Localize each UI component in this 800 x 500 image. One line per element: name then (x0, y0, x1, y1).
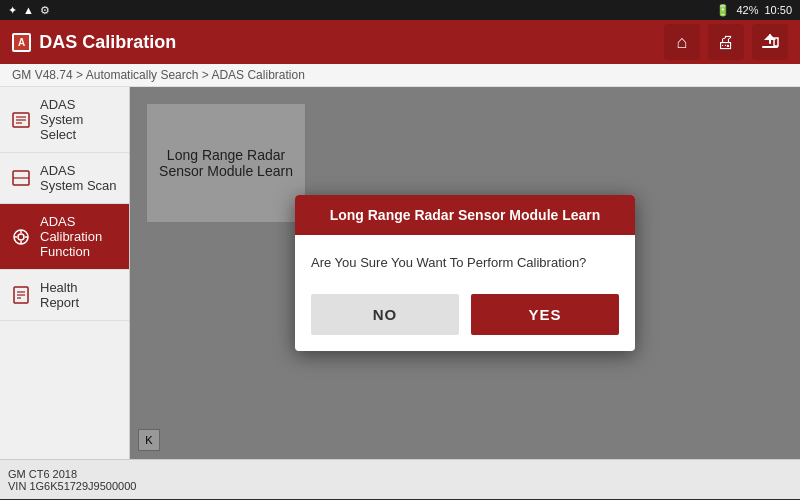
status-bar: ✦ ▲ ⚙ 🔋 42% 10:50 (0, 0, 800, 20)
vehicle-model: GM CT6 2018 (8, 468, 792, 480)
dialog-overlay: Long Range Radar Sensor Module Learn Are… (130, 87, 800, 459)
svg-point-11 (18, 234, 24, 240)
bottom-bar: GM CT6 2018 VIN 1G6K51729J9500000 (0, 459, 800, 499)
sidebar-item-health-report[interactable]: Health Report (0, 270, 129, 321)
header-title-group: A DAS Calibration (12, 32, 176, 53)
dialog-header: Long Range Radar Sensor Module Learn (295, 195, 635, 235)
bluetooth-icon: ✦ (8, 4, 17, 17)
sidebar-item-adas-calibration-function[interactable]: ADAS Calibration Function (0, 204, 129, 270)
adas-calibration-icon (10, 226, 32, 248)
dialog: Long Range Radar Sensor Module Learn Are… (295, 195, 635, 351)
wifi-icon: ▲ (23, 4, 34, 16)
adas-scan-icon (10, 167, 32, 189)
battery-icon: 🔋 (716, 4, 730, 17)
sidebar-label-adas-calibration-function: ADAS Calibration Function (40, 214, 119, 259)
adas-select-icon (10, 109, 32, 131)
breadcrumb-text: GM V48.74 > Automatically Search > ADAS … (12, 68, 305, 82)
content-area: Long Range Radar Sensor Module Learn K L… (130, 87, 800, 459)
print-button[interactable]: 🖨 (708, 24, 744, 60)
time-display: 10:50 (764, 4, 792, 16)
dialog-body: Are You Sure You Want To Perform Calibra… (295, 235, 635, 286)
dialog-actions: NO YES (295, 286, 635, 351)
status-bar-left: ✦ ▲ ⚙ (8, 4, 50, 17)
sidebar: ADAS System Select ADAS System Scan (0, 87, 130, 459)
battery-percent: 42% (736, 4, 758, 16)
app-title: DAS Calibration (39, 32, 176, 53)
main-layout: ADAS System Select ADAS System Scan (0, 87, 800, 459)
header-actions: ⌂ 🖨 (664, 24, 788, 60)
health-report-icon (10, 284, 32, 306)
sidebar-label-adas-system-scan: ADAS System Scan (40, 163, 119, 193)
dialog-no-button[interactable]: NO (311, 294, 459, 335)
home-button[interactable]: ⌂ (664, 24, 700, 60)
vehicle-vin: VIN 1G6K51729J9500000 (8, 480, 792, 492)
sidebar-label-health-report: Health Report (40, 280, 119, 310)
settings-icon: ⚙ (40, 4, 50, 17)
dialog-yes-button[interactable]: YES (471, 294, 619, 335)
status-bar-right: 🔋 42% 10:50 (716, 4, 792, 17)
export-button[interactable] (752, 24, 788, 60)
sidebar-item-adas-system-scan[interactable]: ADAS System Scan (0, 153, 129, 204)
app-logo: A (12, 33, 31, 52)
sidebar-item-adas-system-select[interactable]: ADAS System Select (0, 87, 129, 153)
dialog-message: Are You Sure You Want To Perform Calibra… (311, 255, 586, 270)
sidebar-label-adas-system-select: ADAS System Select (40, 97, 119, 142)
breadcrumb: GM V48.74 > Automatically Search > ADAS … (0, 64, 800, 87)
header: A DAS Calibration ⌂ 🖨 (0, 20, 800, 64)
svg-rect-3 (774, 38, 778, 46)
dialog-title: Long Range Radar Sensor Module Learn (330, 207, 601, 223)
